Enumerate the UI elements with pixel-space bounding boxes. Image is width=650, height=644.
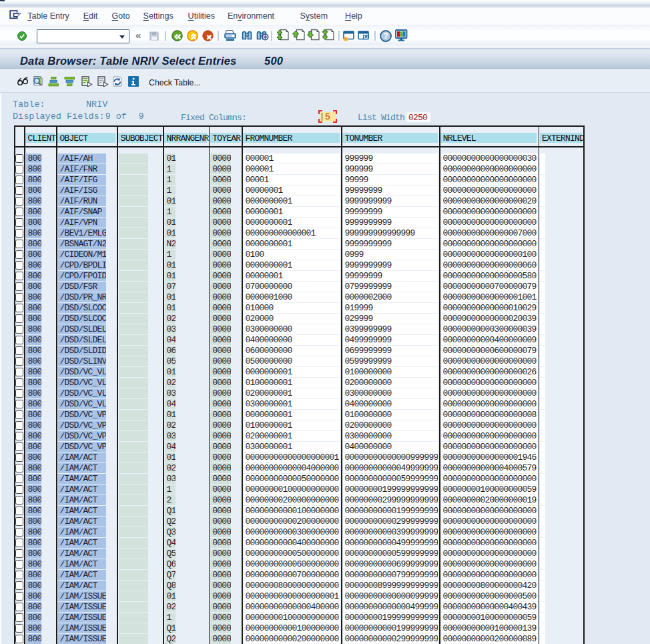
- svg-text:?: ?: [383, 31, 388, 41]
